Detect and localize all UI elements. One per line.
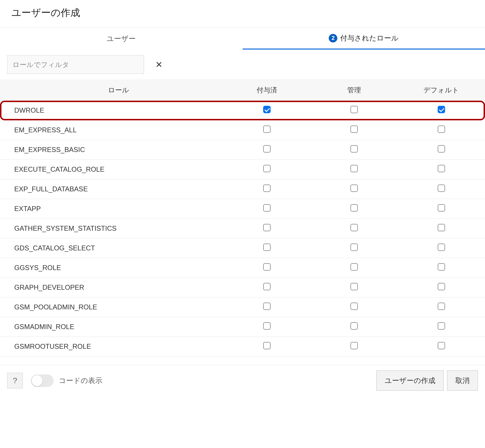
filter-row: ✕: [0, 50, 485, 80]
create-user-dialog: ユーザーの作成 ユーザー 2 付与されたロール ✕ ロール 付与済 管理 デフォ…: [0, 0, 485, 396]
admin-checkbox[interactable]: [350, 145, 358, 153]
role-name: EM_EXPRESS_ALL: [0, 126, 223, 134]
admin-checkbox[interactable]: [350, 185, 358, 192]
admin-checkbox[interactable]: [350, 283, 358, 290]
dialog-footer: ? コードの表示 ユーザーの作成 取消: [0, 365, 485, 396]
col-header-default: デフォルト: [398, 86, 485, 95]
default-checkbox[interactable]: [438, 322, 445, 330]
admin-checkbox[interactable]: [350, 204, 358, 212]
admin-checkbox[interactable]: [350, 224, 358, 231]
admin-checkbox[interactable]: [350, 125, 358, 133]
create-user-button[interactable]: ユーザーの作成: [376, 370, 444, 391]
help-icon: ?: [13, 376, 17, 385]
table-row: EXECUTE_CATALOG_ROLE: [0, 160, 485, 179]
role-name: GSMROOTUSER_ROLE: [0, 342, 223, 350]
admin-checkbox[interactable]: [350, 263, 358, 271]
tab-user-label: ユーザー: [107, 34, 136, 43]
toggle-knob: [32, 375, 42, 386]
table-row: EM_EXPRESS_ALL: [0, 120, 485, 140]
tabs: ユーザー 2 付与されたロール: [0, 28, 485, 50]
granted-checkbox[interactable]: [263, 322, 271, 330]
table-row: GGSYS_ROLE: [0, 258, 485, 278]
col-header-role: ロール: [0, 86, 223, 95]
granted-checkbox[interactable]: [263, 224, 271, 231]
granted-checkbox[interactable]: [263, 204, 271, 212]
tab-roles-label: 付与されたロール: [340, 33, 399, 43]
role-filter-input[interactable]: [7, 55, 144, 74]
granted-checkbox[interactable]: [263, 303, 271, 310]
granted-checkbox[interactable]: [263, 244, 271, 251]
show-code-label: コードの表示: [59, 376, 102, 385]
default-checkbox[interactable]: [438, 125, 445, 133]
roles-count-badge: 2: [329, 34, 337, 42]
default-checkbox[interactable]: [438, 106, 445, 113]
role-name: GSMADMIN_ROLE: [0, 323, 223, 331]
table-header: ロール 付与済 管理 デフォルト: [0, 80, 485, 101]
table-row: GSM_POOLADMIN_ROLE: [0, 297, 485, 317]
default-checkbox[interactable]: [438, 303, 445, 310]
table-row: GRAPH_DEVELOPER: [0, 278, 485, 297]
roles-table: ロール 付与済 管理 デフォルト DWROLEEM_EXPRESS_ALLEM_…: [0, 80, 485, 356]
table-row: EXTAPP: [0, 199, 485, 219]
default-checkbox[interactable]: [438, 342, 445, 349]
role-name: GRAPH_DEVELOPER: [0, 283, 223, 291]
tab-user[interactable]: ユーザー: [0, 28, 243, 50]
default-checkbox[interactable]: [438, 263, 445, 271]
col-header-granted: 付与済: [223, 86, 310, 95]
default-checkbox[interactable]: [438, 204, 445, 212]
table-row: GSMADMIN_ROLE: [0, 317, 485, 337]
cancel-button[interactable]: 取消: [447, 370, 478, 391]
dialog-title: ユーザーの作成: [0, 0, 485, 28]
role-name: GATHER_SYSTEM_STATISTICS: [0, 224, 223, 232]
granted-checkbox[interactable]: [263, 283, 271, 290]
role-name: EXECUTE_CATALOG_ROLE: [0, 165, 223, 173]
tab-granted-roles[interactable]: 2 付与されたロール: [243, 28, 485, 50]
granted-checkbox[interactable]: [263, 125, 271, 133]
default-checkbox[interactable]: [438, 244, 445, 251]
table-row: GDS_CATALOG_SELECT: [0, 238, 485, 258]
default-checkbox[interactable]: [438, 145, 445, 153]
granted-checkbox[interactable]: [263, 106, 271, 113]
role-name: DWROLE: [0, 106, 223, 114]
default-checkbox[interactable]: [438, 185, 445, 192]
role-name: GSM_POOLADMIN_ROLE: [0, 303, 223, 311]
col-header-admin: 管理: [311, 86, 398, 95]
role-name: EM_EXPRESS_BASIC: [0, 146, 223, 154]
role-name: EXP_FULL_DATABASE: [0, 185, 223, 193]
default-checkbox[interactable]: [438, 224, 445, 231]
default-checkbox[interactable]: [438, 283, 445, 290]
close-icon: ✕: [155, 60, 163, 69]
granted-checkbox[interactable]: [263, 342, 271, 349]
granted-checkbox[interactable]: [263, 165, 271, 172]
role-name: EXTAPP: [0, 205, 223, 213]
help-button[interactable]: ?: [7, 373, 23, 388]
admin-checkbox[interactable]: [350, 342, 358, 349]
granted-checkbox[interactable]: [263, 263, 271, 271]
role-name: GDS_CATALOG_SELECT: [0, 244, 223, 252]
table-row: EXP_FULL_DATABASE: [0, 179, 485, 199]
show-code-toggle[interactable]: [31, 374, 54, 387]
admin-checkbox[interactable]: [350, 106, 358, 113]
admin-checkbox[interactable]: [350, 303, 358, 310]
role-name: GGSYS_ROLE: [0, 264, 223, 272]
table-body[interactable]: DWROLEEM_EXPRESS_ALLEM_EXPRESS_BASICEXEC…: [0, 101, 485, 356]
table-row: DWROLE: [0, 101, 485, 120]
admin-checkbox[interactable]: [350, 165, 358, 172]
table-row: GATHER_SYSTEM_STATISTICS: [0, 219, 485, 238]
table-row: GSMROOTUSER_ROLE: [0, 337, 485, 356]
admin-checkbox[interactable]: [350, 244, 358, 251]
default-checkbox[interactable]: [438, 165, 445, 172]
granted-checkbox[interactable]: [263, 185, 271, 192]
clear-filter-button[interactable]: ✕: [155, 60, 163, 70]
table-row: EM_EXPRESS_BASIC: [0, 140, 485, 160]
admin-checkbox[interactable]: [350, 322, 358, 330]
granted-checkbox[interactable]: [263, 145, 271, 153]
